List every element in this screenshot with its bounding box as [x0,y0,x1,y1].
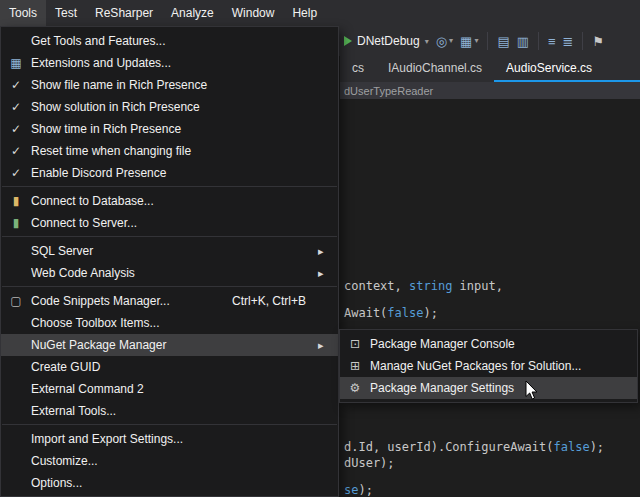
menu-separator [2,286,337,287]
debug-start-button[interactable]: DNetDebug ▾ [344,34,429,48]
submenu-item-package-manager-settings[interactable]: ⚙Package Manager Settings [340,377,637,399]
menu-item-get-tools-and-features[interactable]: Get Tools and Features... [1,30,338,52]
code-line: se); [344,483,373,497]
code-text: d.Id, userId).ConfigureAwait( [344,440,554,454]
menu-separator [2,424,337,425]
toolbar-separator [487,32,488,50]
console-icon: ⊡ [340,338,370,350]
line-list-icon[interactable]: ≡ [548,35,556,48]
code-text: false [387,306,423,320]
menu-item-label: Get Tools and Features... [31,34,336,48]
checkmark-icon: ✓ [1,145,31,157]
bookmark-flag-icon[interactable]: ⚑ [592,35,604,48]
menu-item-shortcut: Ctrl+K, Ctrl+B [232,294,306,308]
code-line: Await(false); [344,306,438,320]
tab-underline-extension [604,56,640,82]
menubar-item-test[interactable]: Test [46,0,86,26]
tab-label: AudioService.cs [506,61,592,75]
menu-item-show-time-in-rich-presence[interactable]: ✓Show time in Rich Presence [1,118,338,140]
checkmark-icon: ✓ [1,167,31,179]
toolbar-icons: ◎▾▦▾▤▥≡≣⚑ [436,32,604,50]
code-map-icon[interactable]: ▦▾ [460,35,478,48]
menu-bar: ToolsTestReSharperAnalyzeWindowHelp [0,0,640,26]
menu-item-label: Customize... [31,454,336,468]
code-line: context, string input, [344,279,503,293]
checkmark-icon: ✓ [1,123,31,135]
chevron-down-icon: ▾ [449,37,453,45]
code-text: string [409,279,452,293]
extensions-icon: ▦ [1,57,31,69]
menu-item-label: NuGet Package Manager [31,338,318,352]
code-text: ); [590,440,604,454]
tab-iaudiochannel-cs[interactable]: IAudioChannel.cs [376,56,494,82]
code-line: dUser); [344,456,395,470]
menu-item-label: Show file name in Rich Presence [31,78,336,92]
tab-label: cs [352,61,364,75]
menubar-item-help[interactable]: Help [283,0,326,26]
menu-item-label: Show solution in Rich Presence [31,100,336,114]
submenu-item-label: Package Manager Settings [370,381,637,395]
menu-item-import-and-export-settings[interactable]: Import and Export Settings... [1,428,338,450]
submenu-item-manage-nuget-packages-for-solution[interactable]: ⊞Manage NuGet Packages for Solution... [340,355,637,377]
gear-icon: ⚙ [340,382,370,394]
menubar-item-analyze[interactable]: Analyze [162,0,223,26]
submenu-arrow-icon: ▸ [318,267,336,280]
code-text: se [344,483,358,497]
menu-item-extensions-and-updates[interactable]: ▦Extensions and Updates... [1,52,338,74]
menu-item-show-file-name-in-rich-presence[interactable]: ✓Show file name in Rich Presence [1,74,338,96]
menu-item-web-code-analysis[interactable]: Web Code Analysis▸ [1,262,338,284]
toolbar-visible-group: DNetDebug ▾ ◎▾▦▾▤▥≡≣⚑ [344,32,604,50]
mouse-cursor [525,380,541,402]
menubar-item-tools[interactable]: Tools [0,0,46,26]
menu-item-label: Reset time when changing file [31,144,336,158]
checkmark-icon: ✓ [1,101,31,113]
chevron-down-icon: ▾ [474,37,478,45]
code-text: Await( [344,306,387,320]
outline-list-icon[interactable]: ≣ [563,35,574,48]
menu-item-code-snippets-manager[interactable]: ▢Code Snippets Manager...Ctrl+K, Ctrl+B [1,290,338,312]
menu-item-connect-to-server[interactable]: ▮Connect to Server... [1,212,338,234]
tab-strip: csIAudioChannel.csAudioService.cs [340,56,640,82]
menubar-item-resharper[interactable]: ReSharper [86,0,162,26]
menu-item-label: Import and Export Settings... [31,432,336,446]
menu-item-label: Enable Discord Presence [31,166,336,180]
menu-item-sql-server[interactable]: SQL Server▸ [1,240,338,262]
menu-item-choose-toolbox-items[interactable]: Choose Toolbox Items... [1,312,338,334]
menu-item-create-guid[interactable]: Create GUID [1,356,338,378]
attach-process-icon[interactable]: ◎▾ [436,35,453,48]
menu-item-label: Web Code Analysis [31,266,318,280]
menu-item-show-solution-in-rich-presence[interactable]: ✓Show solution in Rich Presence [1,96,338,118]
menu-item-label: Extensions and Updates... [31,56,336,70]
server-icon: ▮ [1,217,31,229]
tab-cs[interactable]: cs [340,56,376,82]
vs-window: ToolsTestReSharperAnalyzeWindowHelp DNet… [0,0,640,497]
nuget-submenu: ⊡Package Manager Console⊞Manage NuGet Pa… [339,329,638,403]
tools-menu: Get Tools and Features...▦Extensions and… [0,26,339,497]
code-text: context, [344,279,409,293]
menubar-item-window[interactable]: Window [223,0,284,26]
navigate-forward-icon[interactable]: ▥ [517,35,529,48]
submenu-item-package-manager-console[interactable]: ⊡Package Manager Console [340,333,637,355]
menu-item-label: Show time in Rich Presence [31,122,336,136]
menu-item-external-command-2[interactable]: External Command 2 [1,378,338,400]
menu-item-external-tools[interactable]: External Tools... [1,400,338,422]
tab-audioservice-cs[interactable]: AudioService.cs [494,56,604,82]
debug-target-label: DNetDebug [357,34,420,48]
menu-separator [2,186,337,187]
chevron-down-icon[interactable]: ▾ [425,37,429,46]
menu-item-reset-time-when-changing-file[interactable]: ✓Reset time when changing file [1,140,338,162]
menu-item-label: Code Snippets Manager... [31,294,232,308]
menu-item-connect-to-database[interactable]: ▮Connect to Database... [1,190,338,212]
menu-item-label: Choose Toolbox Items... [31,316,336,330]
code-text: input, [452,279,503,293]
code-text: ); [423,306,437,320]
menu-item-customize[interactable]: Customize... [1,450,338,472]
menu-item-label: Options... [31,476,336,490]
tab-label: IAudioChannel.cs [388,61,482,75]
navigate-backward-icon[interactable]: ▤ [497,35,509,48]
menu-item-enable-discord-presence[interactable]: ✓Enable Discord Presence [1,162,338,184]
menu-item-nuget-package-manager[interactable]: NuGet Package Manager▸ [1,334,338,356]
menu-item-options[interactable]: Options... [1,472,338,494]
submenu-arrow-icon: ▸ [318,339,336,352]
menu-item-label: Create GUID [31,360,336,374]
